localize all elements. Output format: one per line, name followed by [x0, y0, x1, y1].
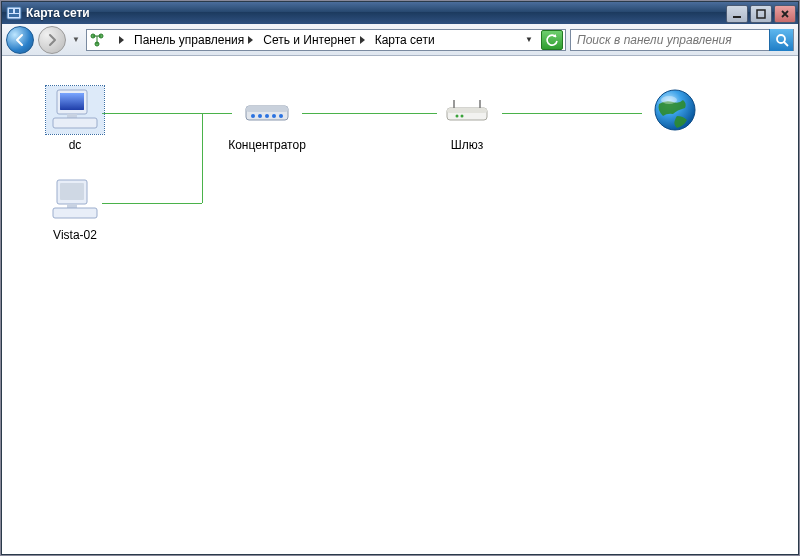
svg-rect-17: [60, 183, 84, 200]
node-label: Vista-02: [20, 228, 130, 242]
svg-rect-19: [53, 208, 97, 218]
svg-rect-21: [246, 106, 288, 112]
node-dc[interactable]: dc: [20, 86, 130, 152]
svg-point-26: [279, 114, 283, 118]
svg-point-31: [456, 115, 459, 118]
breadcrumb-item[interactable]: Панель управления: [128, 30, 257, 50]
window-title: Карта сети: [26, 6, 726, 20]
breadcrumb-label: Панель управления: [134, 33, 244, 47]
node-label: dc: [20, 138, 130, 152]
node-vista[interactable]: Vista-02: [20, 176, 130, 242]
network-path-icon: [89, 32, 105, 48]
svg-rect-2: [15, 9, 19, 13]
svg-point-23: [258, 114, 262, 118]
svg-point-24: [265, 114, 269, 118]
search-input[interactable]: [571, 30, 769, 50]
breadcrumb-item[interactable]: [109, 30, 128, 50]
minimize-button[interactable]: [726, 5, 748, 23]
refresh-button[interactable]: [541, 30, 563, 50]
svg-rect-5: [757, 10, 765, 18]
svg-rect-13: [60, 93, 84, 110]
search-button[interactable]: [769, 29, 793, 51]
svg-rect-18: [67, 204, 77, 208]
breadcrumb-item[interactable]: Сеть и Интернет: [257, 30, 368, 50]
window-controls: [726, 3, 798, 23]
computer-icon: [46, 176, 104, 224]
search-bar: [570, 29, 794, 51]
breadcrumb: Панель управления Сеть и Интернет Карта …: [109, 30, 517, 50]
svg-rect-4: [733, 16, 741, 18]
svg-point-32: [461, 115, 464, 118]
computer-icon: [46, 86, 104, 134]
globe-icon: [646, 86, 704, 134]
node-hub[interactable]: Концентратор: [212, 86, 322, 152]
node-gateway[interactable]: Шлюз: [412, 86, 522, 152]
address-bar[interactable]: Панель управления Сеть и Интернет Карта …: [86, 29, 566, 51]
nav-toolbar: ▼ Панель управления Сеть: [2, 24, 798, 56]
breadcrumb-item[interactable]: Карта сети: [369, 30, 439, 50]
close-button[interactable]: [774, 5, 796, 23]
breadcrumb-label: Сеть и Интернет: [263, 33, 355, 47]
titlebar[interactable]: Карта сети: [2, 2, 798, 24]
node-label: Шлюз: [412, 138, 522, 152]
forward-button[interactable]: [38, 26, 66, 54]
nav-history-dropdown[interactable]: ▼: [70, 29, 82, 51]
svg-rect-14: [67, 114, 77, 118]
node-label: Концентратор: [212, 138, 322, 152]
svg-rect-3: [9, 14, 19, 17]
network-map-canvas: dc Vista-02: [2, 56, 798, 554]
maximize-button[interactable]: [750, 5, 772, 23]
svg-point-9: [777, 35, 785, 43]
link-hub-branch: [202, 113, 203, 203]
svg-point-25: [272, 114, 276, 118]
window-icon: [6, 5, 22, 21]
address-dropdown[interactable]: ▼: [521, 30, 537, 50]
svg-line-10: [784, 42, 788, 46]
node-internet[interactable]: [620, 86, 730, 138]
hub-icon: [238, 86, 296, 134]
svg-rect-15: [53, 118, 97, 128]
svg-rect-1: [9, 9, 13, 13]
window-frame: Карта сети ▼: [1, 1, 799, 555]
breadcrumb-label: Карта сети: [375, 33, 435, 47]
svg-rect-28: [447, 108, 487, 113]
svg-point-34: [661, 96, 677, 104]
router-icon: [438, 86, 496, 134]
svg-point-22: [251, 114, 255, 118]
back-button[interactable]: [6, 26, 34, 54]
